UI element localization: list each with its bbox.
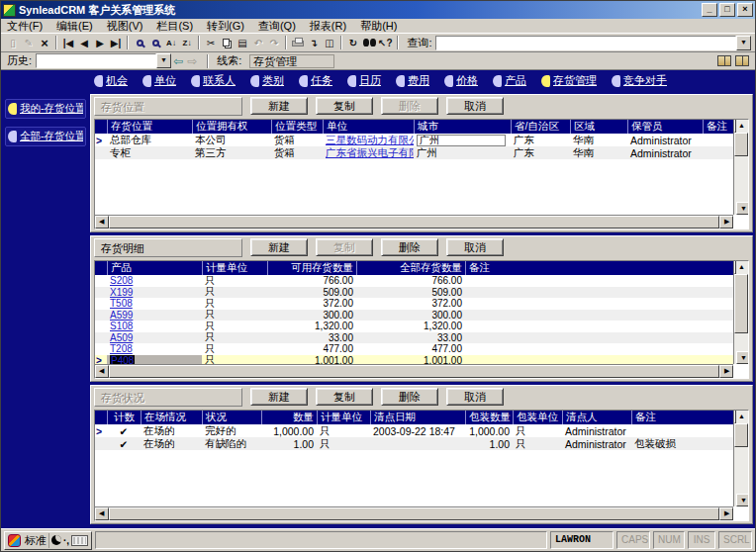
new-button[interactable]: 新建 [250, 238, 308, 256]
find-icon[interactable] [361, 35, 377, 50]
cut-icon[interactable]: ✂ [203, 35, 219, 50]
new-button[interactable]: 新建 [250, 388, 308, 406]
punctuation-icon[interactable]: ·, [63, 535, 69, 546]
query-dropdown-icon[interactable] [736, 36, 751, 50]
scroll-thumb[interactable] [109, 216, 719, 229]
print-preview-icon[interactable]: ◫ [322, 35, 337, 50]
product-link[interactable]: T208 [110, 343, 133, 354]
scroll-thumb[interactable] [734, 274, 748, 333]
tab-product[interactable]: 产品 [493, 73, 526, 88]
fullwidth-moon-icon[interactable] [51, 535, 61, 545]
table-row[interactable]: T508 只 372.00 372.00 [95, 298, 733, 310]
new-button[interactable]: 新建 [250, 97, 308, 115]
tab-company[interactable]: 单位 [142, 73, 176, 88]
first-record-icon[interactable]: |◀ [60, 35, 76, 50]
ime-mode-label[interactable]: 标准 [23, 533, 49, 548]
scroll-right-icon[interactable] [719, 365, 733, 378]
tab-inventory[interactable]: 存货管理 [541, 73, 597, 88]
context-help-icon[interactable]: ↖? [377, 35, 394, 50]
sort-descending-icon[interactable]: Z↓ [179, 35, 195, 50]
tab-calendar[interactable]: 日历 [347, 73, 381, 88]
close-button[interactable]: × [737, 3, 753, 17]
table-row[interactable]: A599 只 300.00 300.00 [95, 310, 733, 322]
edit-record-icon[interactable]: ✎ [21, 35, 37, 50]
scroll-down-icon[interactable] [736, 494, 749, 506]
product-link[interactable]: S208 [110, 275, 133, 286]
table-row[interactable]: 专柜 第三方 货箱 广东省振兴电子有限公司 广州 广东 华南 Administr… [95, 146, 733, 159]
minimize-button[interactable]: _ [702, 3, 717, 17]
back-icon[interactable]: ⇦ [173, 54, 183, 68]
horizontal-scrollbar[interactable] [95, 506, 733, 520]
tab-competitor[interactable]: 竞争对手 [612, 73, 667, 88]
print-icon[interactable] [290, 35, 306, 50]
scroll-thumb[interactable] [109, 507, 719, 520]
delete-record-icon[interactable]: × [37, 35, 52, 50]
copy-button[interactable]: 复制 [316, 97, 373, 115]
cancel-button[interactable]: 取消 [446, 388, 504, 406]
query-input[interactable] [435, 36, 736, 50]
table-row[interactable]: T208 只 477.00 477.00 [95, 343, 733, 355]
product-link[interactable]: S108 [110, 321, 133, 331]
redo-icon[interactable]: ↷ [266, 35, 282, 50]
table-row[interactable]: S208 只 766.00 766.00 [95, 275, 733, 287]
scroll-up-icon[interactable] [734, 260, 736, 274]
scroll-thumb[interactable] [734, 423, 748, 447]
refresh-icon[interactable]: ↻ [345, 35, 361, 50]
menu-goto[interactable]: 转到(G) [207, 19, 244, 34]
new-record-icon[interactable]: ▯ [5, 35, 21, 50]
horizontal-scrollbar[interactable] [95, 215, 733, 229]
scroll-down-icon[interactable] [736, 351, 749, 364]
scroll-right-icon[interactable] [719, 507, 733, 520]
filter-search-icon[interactable] [147, 35, 163, 50]
scroll-right-icon[interactable] [719, 216, 733, 229]
history-input[interactable] [36, 53, 156, 68]
table-row[interactable]: > ✔ 在场的 完好的 1,000.00 只 2003-09-22 18:47 … [95, 424, 733, 437]
vertical-scrollbar[interactable] [733, 411, 748, 506]
history-dropdown-icon[interactable] [156, 53, 171, 68]
tab-expense[interactable]: 费用 [396, 73, 429, 88]
menu-query[interactable]: 查询(Q) [258, 19, 296, 34]
undo-icon[interactable]: ↶ [250, 35, 266, 50]
company-link[interactable]: 三星数码动力有限公司 [326, 134, 414, 145]
vertical-scrollbar[interactable] [733, 120, 748, 215]
table-row[interactable]: ✔ 在场的 有缺陷的 1.00 只 1.00 只 Administrator 包… [95, 437, 733, 450]
scroll-left-icon[interactable] [95, 507, 109, 520]
copy-button[interactable]: 复制 [316, 388, 373, 406]
keyboard-icon[interactable] [71, 535, 88, 546]
menu-columns[interactable]: 栏目(S) [156, 19, 193, 34]
vertical-scrollbar[interactable] [733, 261, 748, 364]
copy-button[interactable]: 复制 [316, 238, 373, 256]
contacts-book-icon[interactable] [717, 55, 731, 66]
sidebar-item-my-locations[interactable]: 我的-存货位置 [5, 99, 86, 119]
product-link[interactable]: T508 [110, 298, 133, 309]
ime-logo-icon[interactable] [8, 534, 21, 547]
product-link[interactable]: X199 [110, 287, 133, 298]
sort-ascending-icon[interactable]: A↓ [163, 35, 179, 50]
sidebar-item-all-locations[interactable]: 全部-存货位置 [5, 127, 86, 146]
cancel-button[interactable]: 取消 [446, 238, 504, 256]
table-row[interactable]: X199 只 509.00 509.00 [95, 287, 733, 299]
prev-record-icon[interactable]: ◀ [76, 35, 92, 50]
tab-price[interactable]: 价格 [444, 73, 478, 88]
scroll-thumb[interactable] [109, 365, 719, 378]
table-row[interactable]: > 总部仓库 本公司 货箱 三星数码动力有限公司 广东 华南 Administr… [95, 134, 733, 146]
tab-contact[interactable]: 联系人 [191, 73, 236, 88]
open-book-icon[interactable] [735, 55, 749, 66]
search-icon[interactable] [132, 35, 147, 50]
last-record-icon[interactable]: ▶| [108, 35, 124, 50]
tab-task[interactable]: 任务 [299, 73, 332, 88]
next-record-icon[interactable]: ▶ [92, 35, 108, 50]
table-row[interactable]: A509 只 33.00 33.00 [95, 332, 733, 344]
menu-edit[interactable]: 编辑(E) [56, 19, 93, 34]
table-row[interactable]: S108 只 1,320.00 1,320.00 [95, 321, 733, 332]
scroll-up-icon[interactable] [734, 410, 736, 423]
menu-file[interactable]: 文件(F) [7, 19, 43, 34]
table-row-selected[interactable]: > P408 只 1,001.00 1,001.00 [95, 355, 733, 365]
horizontal-scrollbar[interactable] [95, 364, 733, 378]
city-edit-cell[interactable] [417, 135, 506, 146]
tab-category[interactable]: 类别 [250, 73, 284, 88]
company-link[interactable]: 广东省振兴电子有限公司 [326, 146, 414, 158]
scroll-thumb[interactable] [734, 133, 748, 156]
delete-button[interactable]: 删除 [381, 388, 438, 406]
scroll-down-icon[interactable] [736, 202, 749, 215]
